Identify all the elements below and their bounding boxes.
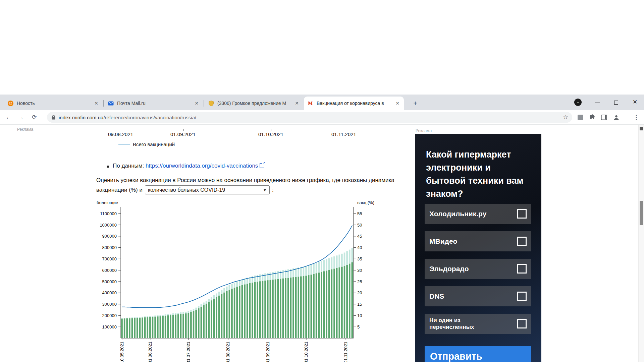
svg-text:600000: 600000 [102,268,117,273]
minfin-m-icon: М [307,100,313,106]
svg-text:25: 25 [357,279,362,284]
bookmark-star-icon[interactable]: ☆ [563,112,568,123]
ad-option-label: Холодильник.ру [429,210,486,218]
ad-label-left: Реклама [17,127,33,132]
ad-option-eldorado[interactable]: Эльдорадо [425,259,531,279]
tab-search-button[interactable]: ⌄ [574,99,582,106]
browser-tab-bar: @ Новость ✕ Почта Mail.ru ✕ (3306) Громк… [0,95,644,110]
svg-text:болеющие: болеющие [97,200,118,205]
reload-icon[interactable]: ⟳ [29,110,40,125]
paragraph-line2: вакцинации (%) и количество больных COVI… [96,185,274,194]
svg-text:400000: 400000 [102,290,117,295]
svg-text:55: 55 [357,211,362,216]
scrollbar-thumb[interactable] [640,201,643,225]
checkbox-icon[interactable] [517,264,527,274]
svg-text:30: 30 [357,268,362,273]
svg-text:45: 45 [357,234,362,239]
tab-title: Новость [17,101,93,106]
svg-text:200000: 200000 [102,313,117,318]
top-chart-xtick-label: 09.08.2021 [108,131,133,137]
extension-icon[interactable] [578,110,583,125]
svg-text:700000: 700000 [102,256,117,261]
window-maximize-button[interactable] [608,95,625,110]
side-panel-icon[interactable] [601,110,607,125]
checkbox-icon[interactable] [517,292,527,301]
ad-option-dns[interactable]: DNS [425,286,531,306]
legend-line-swatch [118,144,130,145]
tab-title: Почта Mail.ru [117,101,194,106]
profile-icon[interactable] [613,110,620,125]
svg-text:01.07.2021: 01.07.2021 [186,342,191,362]
svg-text:01.08.2021: 01.08.2021 [225,342,230,362]
svg-text:5: 5 [357,324,360,329]
external-link-icon [260,163,264,168]
ad-question: Какой гипермаркет электроники и бытовой … [426,148,532,200]
ad-option-label: Ни один из перечисленных [429,317,493,330]
metric-select[interactable]: количество больных COVID-19 ▼ [145,185,270,194]
page-content: Реклама 09.08.2021 01.09.2021 01.10.2021… [0,125,644,362]
menu-dots-icon[interactable]: ⋮ [633,110,639,125]
chevron-down-icon: ▼ [263,188,267,192]
top-chart-axis [105,129,362,129]
metric-select-value: количество больных COVID-19 [148,187,225,193]
mailru-news-icon: @ [7,100,13,106]
svg-text:20: 20 [357,290,362,295]
svg-text:1000000: 1000000 [100,223,117,228]
tab-close-icon[interactable]: ✕ [93,100,99,106]
ad-panel[interactable]: Какой гипермаркет электроники и бытовой … [415,134,541,362]
envelope-icon [108,100,114,106]
tab-vaccination-active[interactable]: М Вакцинация от коронавируса в ✕ [304,97,404,110]
scrollbar-up-button[interactable] [640,127,643,130]
svg-text:500000: 500000 [102,279,117,284]
ad-option-label: DNS [429,292,444,300]
browser-toolbar: ← → ⟳ index.minfin.com.ua/reference/coro… [0,110,644,125]
url-path: /reference/coronavirus/vaccination/russi… [103,115,196,120]
svg-text:10.05.2021: 10.05.2021 [119,342,124,362]
tab-news[interactable]: @ Новость ✕ [4,97,103,110]
tab-mail[interactable]: Почта Mail.ru ✕ [104,97,203,110]
top-chart-xtick-label: 01.11.2021 [331,131,356,137]
tab-close-icon[interactable]: ✕ [294,100,300,106]
page-scrollbar[interactable] [638,125,644,362]
top-chart-xtick-label: 01.10.2021 [258,131,283,137]
checkbox-icon[interactable] [517,319,527,328]
top-chart-xtick-label: 01.09.2021 [170,131,196,137]
extensions-puzzle-icon[interactable] [589,110,595,125]
checkbox-icon[interactable] [517,209,527,219]
window-close-button[interactable]: ✕ [627,95,643,110]
tab-separator [103,100,104,107]
ad-option-none[interactable]: Ни один из перечисленных [425,314,531,334]
tab-title: (3306) Громкое предложение М [217,101,294,106]
svg-text:40: 40 [357,245,362,250]
lock-icon [52,115,55,120]
new-tab-button[interactable]: + [411,99,420,108]
back-icon[interactable]: ← [3,110,14,125]
top-chart-tick [344,129,344,131]
svg-text:01.10.2021: 01.10.2021 [304,342,309,362]
forward-icon[interactable]: → [15,110,26,125]
svg-text:300000: 300000 [102,302,117,307]
svg-text:10: 10 [357,313,362,318]
source-line: По данным: https://ourworldindata.org/co… [113,163,264,169]
ad-option-mvideo[interactable]: МВидео [425,231,531,251]
source-link[interactable]: https://ourworldindata.org/covid-vaccina… [146,163,258,169]
ad-option-label: МВидео [429,237,457,245]
svg-text:01.09.2021: 01.09.2021 [265,342,270,362]
top-chart-tick [121,129,121,131]
ad-submit-button[interactable]: Отправить [425,346,531,362]
tab-offer[interactable]: (3306) Громкое предложение М ✕ [205,97,303,110]
tab-close-icon[interactable]: ✕ [194,100,200,106]
svg-text:01.06.2021: 01.06.2021 [148,342,153,362]
svg-text:1100000: 1100000 [100,211,117,216]
shield-icon [208,100,214,106]
ad-option-holodilnik[interactable]: Холодильник.ру [425,204,531,224]
svg-text:100000: 100000 [102,324,117,329]
top-chart-tick [271,129,271,131]
address-bar[interactable]: index.minfin.com.ua/reference/coronaviru… [47,112,572,123]
window-minimize-button[interactable]: — [589,95,606,110]
checkbox-icon[interactable] [517,237,527,246]
vaccination-covid-chart: болеющиевакц.(%)100000200000300000400000… [94,199,376,362]
tab-close-icon[interactable]: ✕ [394,100,400,106]
tab-separator [204,100,204,107]
paragraph-suffix: : [272,187,274,193]
